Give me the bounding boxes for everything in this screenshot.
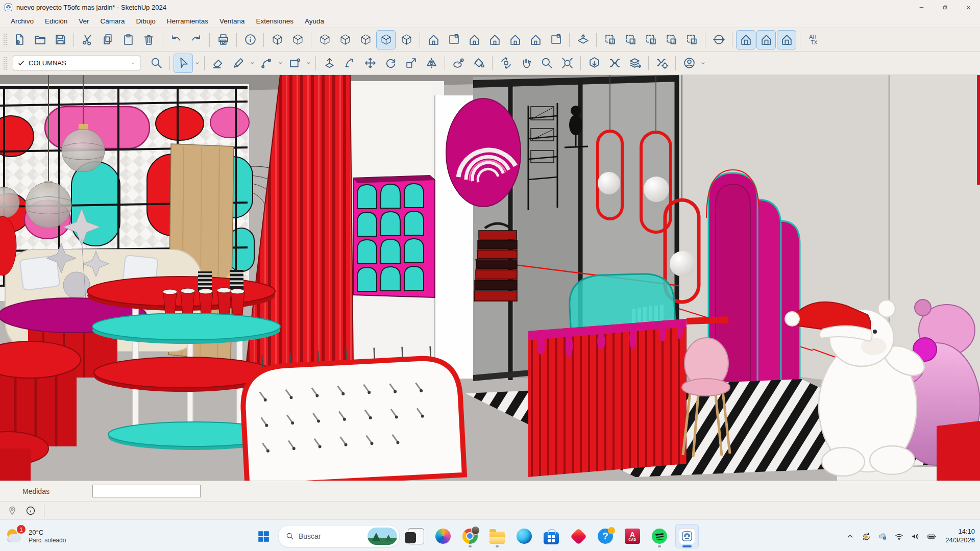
- tray-chevron-up-icon[interactable]: [845, 532, 855, 541]
- print-button[interactable]: [213, 30, 233, 49]
- geolocation-button[interactable]: [709, 30, 728, 49]
- style-shaded-textures-button[interactable]: [376, 30, 396, 49]
- search-box[interactable]: Buscar: [278, 525, 400, 547]
- account-options-caret[interactable]: [700, 54, 706, 72]
- freehand-button[interactable]: [229, 54, 248, 73]
- menu-camara[interactable]: Cámara: [95, 17, 131, 25]
- toolbar-grip-2[interactable]: [3, 57, 8, 70]
- wifi-icon[interactable]: [894, 532, 904, 541]
- view-right-button[interactable]: [485, 30, 504, 49]
- view-front-button[interactable]: [464, 30, 484, 49]
- section-cuts-button[interactable]: [621, 30, 640, 49]
- style-back-edges-button[interactable]: [315, 30, 334, 49]
- rectangle-tool-button[interactable]: [285, 54, 304, 73]
- menu-herramientas[interactable]: Herramientas: [161, 17, 214, 25]
- minimize-button[interactable]: [910, 0, 933, 14]
- 3d-text-button[interactable]: [804, 30, 823, 49]
- style-monochrome-button[interactable]: [397, 30, 416, 49]
- 3d-warehouse-button[interactable]: [584, 54, 604, 73]
- zoom-extents-button[interactable]: [557, 54, 577, 73]
- view-bottom-button[interactable]: [546, 30, 566, 49]
- restore-button[interactable]: [933, 0, 957, 14]
- move-button[interactable]: [360, 54, 380, 73]
- start-button[interactable]: [254, 527, 273, 546]
- weather-widget[interactable]: 1 20°C Parc. soleado: [6, 527, 66, 545]
- extension-warehouse-button[interactable]: [605, 54, 624, 73]
- redo-button[interactable]: [186, 30, 206, 49]
- section-display-button[interactable]: [600, 30, 620, 49]
- arc-tool-button[interactable]: [257, 54, 276, 73]
- search-highlight-thumbnail[interactable]: [368, 528, 397, 545]
- section-plane-button[interactable]: [573, 30, 593, 49]
- tag-filter-dropdown[interactable]: COLUMNAS: [13, 56, 140, 70]
- menu-ventana[interactable]: Ventana: [214, 17, 251, 25]
- style-shaded-button[interactable]: [356, 30, 375, 49]
- paste-button[interactable]: [118, 30, 138, 49]
- taskbar-app-help[interactable]: ?: [594, 524, 617, 548]
- taskbar-app-file-explorer[interactable]: [486, 524, 508, 548]
- taskbar-app-task-view[interactable]: [405, 524, 427, 548]
- fog-toggle-button[interactable]: [756, 30, 776, 49]
- section-troubleshoot-button[interactable]: [682, 30, 701, 49]
- taskbar-app-spotify[interactable]: [648, 524, 671, 548]
- taskbar-app-sketchup[interactable]: [675, 524, 699, 548]
- taskbar-app-autocad[interactable]: ACAD: [621, 524, 644, 548]
- view-iso-button[interactable]: [424, 30, 443, 49]
- taskbar-app-game-launcher[interactable]: [567, 524, 590, 548]
- volume-icon[interactable]: [911, 532, 920, 541]
- onedrive-icon[interactable]: i: [878, 532, 888, 541]
- sync-icon[interactable]: [862, 532, 871, 541]
- style-xray-button[interactable]: [267, 30, 287, 49]
- orbit-button[interactable]: [496, 54, 516, 73]
- credits-info-icon[interactable]: [26, 506, 36, 516]
- tape-measure-button[interactable]: [449, 54, 468, 73]
- taskbar-app-edge[interactable]: [513, 524, 535, 548]
- select-button[interactable]: [174, 54, 193, 73]
- new-document-button[interactable]: [10, 30, 29, 49]
- follow-me-button[interactable]: [340, 54, 359, 73]
- shadows-toggle-button[interactable]: [736, 30, 755, 49]
- rotate-button[interactable]: [381, 54, 400, 73]
- menu-ver[interactable]: Ver: [73, 17, 94, 25]
- close-button[interactable]: [957, 0, 980, 14]
- menu-ayuda[interactable]: Ayuda: [299, 17, 330, 25]
- delete-button[interactable]: [139, 30, 158, 49]
- section-outlines-button[interactable]: [662, 30, 681, 49]
- style-hidden-line-button[interactable]: [335, 30, 355, 49]
- battery-icon[interactable]: [927, 532, 937, 541]
- taskbar-app-copilot[interactable]: [432, 524, 454, 548]
- view-top-button[interactable]: [444, 30, 463, 49]
- paint-bucket-button[interactable]: [469, 54, 488, 73]
- cut-button[interactable]: [78, 30, 97, 49]
- medidas-input[interactable]: [92, 485, 201, 497]
- save-button[interactable]: [51, 30, 70, 49]
- match-photo-button[interactable]: [777, 30, 796, 49]
- zoom-button[interactable]: [537, 54, 556, 73]
- scale-button[interactable]: [401, 54, 421, 73]
- menu-archivo[interactable]: Archivo: [5, 17, 39, 25]
- clock[interactable]: 14:10 24/3/2026: [945, 528, 975, 545]
- select-options-caret[interactable]: [194, 54, 201, 72]
- view-back-button[interactable]: [505, 30, 525, 49]
- arc-tool-options-caret[interactable]: [277, 54, 284, 72]
- copy-button[interactable]: [98, 30, 117, 49]
- style-wireframe-button[interactable]: [288, 30, 307, 49]
- undo-button[interactable]: [166, 30, 185, 49]
- eraser-button[interactable]: [208, 54, 228, 73]
- geolocation-pin-icon[interactable]: [7, 506, 17, 516]
- flip-button[interactable]: [422, 54, 441, 73]
- open-button[interactable]: [30, 30, 50, 49]
- rectangle-tool-options-caret[interactable]: [305, 54, 312, 72]
- menu-dibujo[interactable]: Dibujo: [131, 17, 161, 25]
- extension-manager-button[interactable]: [652, 54, 672, 73]
- model-info-button[interactable]: [240, 30, 260, 49]
- freehand-options-caret[interactable]: [249, 54, 256, 72]
- send-to-layout-button[interactable]: [625, 54, 645, 73]
- toolbar-grip[interactable]: [3, 33, 8, 46]
- section-fill-button[interactable]: [641, 30, 660, 49]
- push-pull-button[interactable]: [320, 54, 339, 73]
- view-left-button[interactable]: [526, 30, 545, 49]
- model-viewport[interactable]: [0, 75, 980, 481]
- account-button[interactable]: [679, 54, 699, 73]
- pan-button[interactable]: [517, 54, 536, 73]
